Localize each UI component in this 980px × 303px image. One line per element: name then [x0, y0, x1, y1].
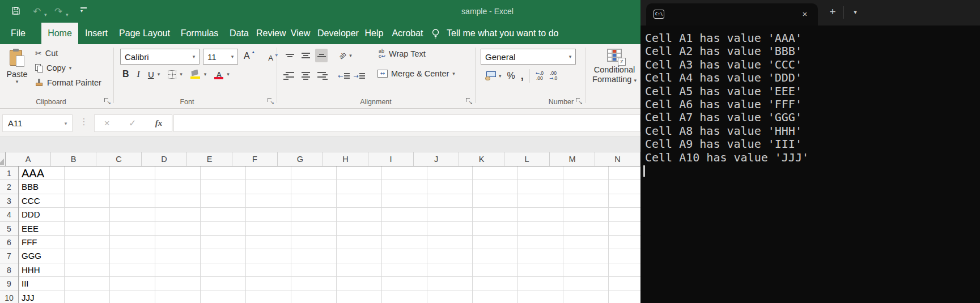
column-header-j[interactable]: J	[414, 152, 459, 166]
tab-file[interactable]: File	[6, 23, 31, 44]
format-painter-button[interactable]: Format Painter	[35, 78, 101, 87]
close-tab-icon[interactable]: ×	[799, 8, 811, 20]
tab-formulas[interactable]: Formulas	[179, 23, 220, 44]
alignment-dialog-launcher[interactable]: ↘	[466, 98, 472, 104]
column-header-k[interactable]: K	[459, 152, 504, 166]
number-format-select[interactable]: General ▾	[481, 49, 576, 65]
align-right-icon[interactable]	[315, 69, 328, 83]
column-header-b[interactable]: B	[51, 152, 96, 166]
tab-insert[interactable]: Insert	[83, 23, 110, 44]
select-all-corner[interactable]	[0, 152, 6, 166]
fill-color-icon[interactable]	[190, 70, 201, 79]
cell-a9[interactable]: III	[19, 277, 64, 291]
cell-a6[interactable]: FFF	[19, 236, 64, 249]
conditional-formatting-button[interactable]: ≠ Conditional Formatting ▾	[588, 45, 640, 94]
terminal-body[interactable]: Cell A1 has value 'AAA' Cell A2 has valu…	[640, 25, 980, 303]
cell-a10[interactable]: JJJ	[19, 291, 64, 303]
tab-review[interactable]: Review	[256, 23, 283, 44]
tab-page-layout[interactable]: Page Layout	[119, 23, 170, 44]
column-header-c[interactable]: C	[96, 152, 142, 166]
insert-function-button[interactable]: fx	[155, 118, 163, 128]
row-header[interactable]: 2	[0, 180, 18, 194]
formula-bar-drag-handle[interactable]: ⋮	[79, 116, 88, 127]
font-size-select[interactable]: 11 ▾	[203, 49, 238, 65]
row-header[interactable]: 4	[0, 208, 18, 221]
bold-button[interactable]: B	[122, 69, 129, 79]
column-header-e[interactable]: E	[187, 152, 232, 166]
decrease-decimal-icon[interactable]: .00→.0	[549, 71, 557, 81]
new-tab-button[interactable]: +	[825, 5, 840, 20]
column-header-i[interactable]: I	[368, 152, 414, 166]
column-header-h[interactable]: H	[323, 152, 368, 166]
paste-button[interactable]: Paste ▾	[3, 46, 31, 93]
italic-button[interactable]: I	[137, 69, 140, 79]
clipboard-dialog-launcher[interactable]: ↘	[104, 98, 111, 104]
worksheet-grid[interactable]: 1 2 3 4 5 6 7 8 9 10 AAA BBB CCC DDD EEE…	[0, 167, 640, 303]
column-header-d[interactable]: D	[142, 152, 187, 166]
borders-icon[interactable]	[168, 70, 176, 79]
underline-dropdown-icon[interactable]: ▾	[158, 71, 160, 77]
cancel-icon[interactable]: ×	[104, 118, 110, 129]
row-header[interactable]: 3	[0, 194, 18, 208]
tab-home[interactable]: Home	[41, 23, 78, 44]
undo-button[interactable]: ↶	[33, 4, 41, 19]
cut-button[interactable]: ✂ Cut	[35, 49, 58, 58]
column-header-n[interactable]: N	[595, 152, 640, 166]
qat-customize-icon[interactable]: ▾	[80, 7, 87, 14]
number-dialog-launcher[interactable]: ↘	[576, 98, 582, 104]
align-bottom-icon[interactable]	[315, 49, 328, 62]
name-box-dropdown-icon[interactable]: ▾	[60, 121, 72, 126]
column-header-a[interactable]: A	[6, 152, 51, 166]
borders-dropdown-icon[interactable]: ▾	[180, 71, 183, 77]
save-button[interactable]	[11, 5, 20, 20]
name-box[interactable]: A11 ▾	[2, 114, 73, 132]
decrease-indent-icon[interactable]: ←	[338, 72, 350, 80]
tab-dropdown-button[interactable]: ▾	[848, 5, 863, 20]
align-middle-icon[interactable]	[299, 49, 312, 62]
column-header-l[interactable]: L	[504, 152, 550, 166]
fill-color-dropdown-icon[interactable]: ▾	[204, 71, 207, 77]
font-name-select[interactable]: Calibri ▾	[120, 49, 200, 65]
underline-button[interactable]: U	[148, 70, 154, 79]
cells-area[interactable]	[19, 167, 640, 303]
row-header[interactable]: 10	[0, 291, 18, 303]
percent-style-button[interactable]: %	[507, 71, 515, 81]
wrap-text-button[interactable]: abc↩ Wrap Text	[379, 49, 426, 59]
row-header[interactable]: 8	[0, 263, 18, 277]
cell-a3[interactable]: CCC	[19, 194, 64, 208]
tab-data[interactable]: Data	[226, 23, 253, 44]
align-top-icon[interactable]	[283, 49, 296, 62]
column-header-g[interactable]: G	[278, 152, 323, 166]
redo-button[interactable]: ↷	[54, 4, 62, 19]
row-header[interactable]: 6	[0, 236, 18, 249]
merge-center-button[interactable]: ↔ Merge & Center ▾	[377, 69, 455, 78]
font-color-icon[interactable]: A	[214, 70, 223, 79]
cell-a7[interactable]: GGG	[19, 249, 64, 263]
row-header[interactable]: 9	[0, 277, 18, 291]
redo-dropdown-icon[interactable]: ▾	[66, 7, 69, 22]
row-header[interactable]: 7	[0, 249, 18, 263]
align-center-icon[interactable]	[299, 69, 312, 83]
tab-view[interactable]: View	[288, 23, 313, 44]
accounting-format-icon[interactable]	[485, 71, 497, 80]
cell-a2[interactable]: BBB	[19, 180, 64, 194]
accounting-dropdown-icon[interactable]: ▾	[499, 73, 502, 79]
font-color-dropdown-icon[interactable]: ▾	[227, 71, 230, 77]
row-header[interactable]: 5	[0, 222, 18, 236]
increase-decimal-icon[interactable]: ←.0.00	[536, 71, 544, 81]
tell-me-box[interactable]: Tell me what you want to do	[447, 23, 558, 44]
comma-style-button[interactable]: ,	[521, 70, 524, 82]
column-header-m[interactable]: M	[550, 152, 595, 166]
increase-indent-icon[interactable]: →	[353, 72, 365, 80]
font-dialog-launcher[interactable]: ↘	[268, 98, 274, 104]
align-left-icon[interactable]	[283, 69, 296, 83]
orientation-dropdown-icon[interactable]: ▾	[349, 53, 352, 58]
formula-input[interactable]	[173, 114, 640, 132]
enter-icon[interactable]: ✓	[129, 118, 136, 129]
tab-developer[interactable]: Developer	[317, 23, 357, 44]
undo-dropdown-icon[interactable]: ▾	[44, 7, 47, 22]
orientation-icon[interactable]: ab	[338, 50, 347, 60]
cell-a4[interactable]: DDD	[19, 208, 64, 221]
decrease-font-size-button[interactable]: A▾	[268, 54, 273, 62]
tab-help[interactable]: Help	[362, 23, 387, 44]
